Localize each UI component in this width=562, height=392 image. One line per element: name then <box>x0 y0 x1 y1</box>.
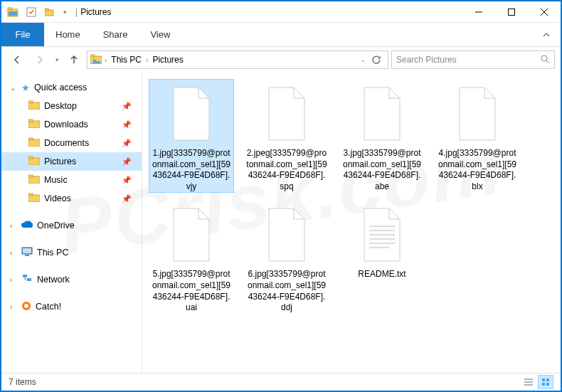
svg-line-14 <box>546 60 549 63</box>
pictures-folder-icon <box>90 54 102 66</box>
details-view-button[interactable] <box>521 375 536 389</box>
folder-icon <box>28 174 40 186</box>
sidebar-item-videos[interactable]: Videos📌 <box>1 189 142 208</box>
file-item[interactable]: 3.jpg[3335799@protonmail.com_sel1][59436… <box>340 80 424 192</box>
pin-icon: 📌 <box>122 102 132 111</box>
expand-icon[interactable]: › <box>10 276 17 284</box>
up-button[interactable] <box>64 50 84 70</box>
search-placeholder: Search Pictures <box>396 55 457 65</box>
svg-rect-18 <box>28 120 33 122</box>
icons-view-button[interactable] <box>538 375 553 389</box>
svg-rect-11 <box>90 55 95 57</box>
titlebar: ▾ | Pictures <box>1 1 561 23</box>
pin-icon: 📌 <box>122 120 132 129</box>
ribbon: File Home Share View <box>1 23 561 47</box>
svg-rect-31 <box>27 278 31 281</box>
file-name: 6.jpg[3335799@protonmail.com_sel1][59436… <box>245 269 329 313</box>
refresh-button[interactable] <box>368 51 385 68</box>
file-item[interactable]: 2.jpeg[3335799@protonmail.com_sel1][5943… <box>245 80 329 192</box>
tab-view[interactable]: View <box>139 23 181 46</box>
sidebar-item-music[interactable]: Music📌 <box>1 171 142 189</box>
catch-icon <box>21 301 31 313</box>
file-name: README.txt <box>356 269 407 280</box>
tab-share[interactable]: Share <box>92 23 139 46</box>
svg-rect-1 <box>8 8 12 10</box>
file-icon <box>258 201 316 269</box>
item-count: 7 items <box>9 377 36 387</box>
svg-rect-30 <box>23 275 27 277</box>
pin-icon: 📌 <box>122 194 132 203</box>
sidebar-item-desktop[interactable]: Desktop📌 <box>1 97 142 115</box>
minimize-button[interactable] <box>462 1 495 23</box>
sidebar-network[interactable]: › Network <box>1 270 142 289</box>
qat-newfolder-icon[interactable] <box>41 4 58 21</box>
chevron-right-icon[interactable]: › <box>146 56 148 64</box>
file-icon <box>162 80 221 148</box>
folder-icon <box>28 119 40 130</box>
maximize-button[interactable] <box>495 1 528 23</box>
file-list[interactable]: 1.jpg[3335799@protonmail.com_sel1][59436… <box>142 73 561 374</box>
address-dropdown-icon[interactable]: ⌄ <box>361 56 366 63</box>
explorer-icon <box>4 4 21 21</box>
qat-properties-icon[interactable] <box>23 4 40 21</box>
close-button[interactable] <box>528 1 561 23</box>
svg-rect-46 <box>546 383 549 386</box>
address-bar[interactable]: › This PC › Pictures ⌄ <box>87 51 388 69</box>
back-button[interactable] <box>7 50 27 70</box>
expand-icon[interactable]: › <box>10 249 17 257</box>
breadcrumb-pictures[interactable]: Pictures <box>151 55 184 65</box>
sidebar-item-pictures[interactable]: Pictures📌 <box>1 152 142 171</box>
file-name: 4.jpg[3335799@protonmail.com_sel1][59436… <box>435 148 519 192</box>
sidebar-catch[interactable]: › Catch! <box>1 297 142 316</box>
pin-icon: 📌 <box>122 157 132 166</box>
file-icon <box>258 80 316 148</box>
main-area: ⌄ ★ Quick access Desktop📌Downloads📌Docum… <box>1 73 561 374</box>
sidebar-quick-access[interactable]: ⌄ ★ Quick access <box>1 78 142 97</box>
sidebar-onedrive[interactable]: › OneDrive <box>1 216 142 235</box>
onedrive-icon <box>21 221 33 231</box>
svg-rect-2 <box>9 11 17 16</box>
folder-icon <box>28 100 40 112</box>
svg-rect-45 <box>542 383 545 386</box>
file-item[interactable]: 5.jpg[3335799@protonmail.com_sel1][59436… <box>149 201 233 313</box>
navbar: ▾ › This PC › Pictures ⌄ Search Pictures <box>1 47 561 73</box>
svg-rect-5 <box>45 9 48 11</box>
expand-icon[interactable]: ⌄ <box>10 84 17 92</box>
file-name: 2.jpeg[3335799@protonmail.com_sel1][5943… <box>245 148 329 192</box>
expand-icon[interactable]: › <box>10 303 17 311</box>
tab-home[interactable]: Home <box>44 23 92 46</box>
sidebar-item-label: Videos <box>44 194 71 203</box>
svg-rect-26 <box>28 194 33 196</box>
file-name: 3.jpg[3335799@protonmail.com_sel1][59436… <box>340 148 424 192</box>
expand-icon[interactable]: › <box>10 222 17 230</box>
pin-icon: 📌 <box>122 176 132 185</box>
ribbon-collapse-icon[interactable] <box>532 23 561 46</box>
navigation-pane: ⌄ ★ Quick access Desktop📌Downloads📌Docum… <box>1 73 142 374</box>
search-input[interactable]: Search Pictures <box>391 51 555 69</box>
folder-icon <box>28 137 40 149</box>
sidebar-item-documents[interactable]: Documents📌 <box>1 134 142 152</box>
file-name: 1.jpg[3335799@protonmail.com_sel1][59436… <box>149 148 233 192</box>
svg-rect-22 <box>28 157 33 159</box>
recent-dropdown-icon[interactable]: ▾ <box>53 50 61 70</box>
qat-dropdown-icon[interactable]: ▾ <box>60 4 70 21</box>
svg-rect-16 <box>28 101 33 103</box>
file-item[interactable]: 1.jpg[3335799@protonmail.com_sel1][59436… <box>149 80 233 192</box>
window-title: Pictures <box>80 7 111 17</box>
breadcrumb-thispc[interactable]: This PC <box>110 55 143 65</box>
file-item[interactable]: README.txt <box>340 201 424 313</box>
folder-icon <box>28 193 40 204</box>
sidebar-item-label: Pictures <box>44 157 76 166</box>
svg-rect-7 <box>509 9 515 15</box>
file-item[interactable]: 4.jpg[3335799@protonmail.com_sel1][59436… <box>435 80 519 192</box>
forward-button[interactable] <box>30 50 50 70</box>
pin-icon: 📌 <box>122 139 132 148</box>
sidebar-thispc[interactable]: › This PC <box>1 243 142 262</box>
file-icon <box>448 80 507 148</box>
svg-point-33 <box>24 304 28 308</box>
chevron-right-icon[interactable]: › <box>105 56 107 64</box>
file-icon <box>353 201 411 269</box>
file-item[interactable]: 6.jpg[3335799@protonmail.com_sel1][59436… <box>245 201 329 313</box>
file-tab[interactable]: File <box>1 23 44 46</box>
sidebar-item-downloads[interactable]: Downloads📌 <box>1 115 142 134</box>
